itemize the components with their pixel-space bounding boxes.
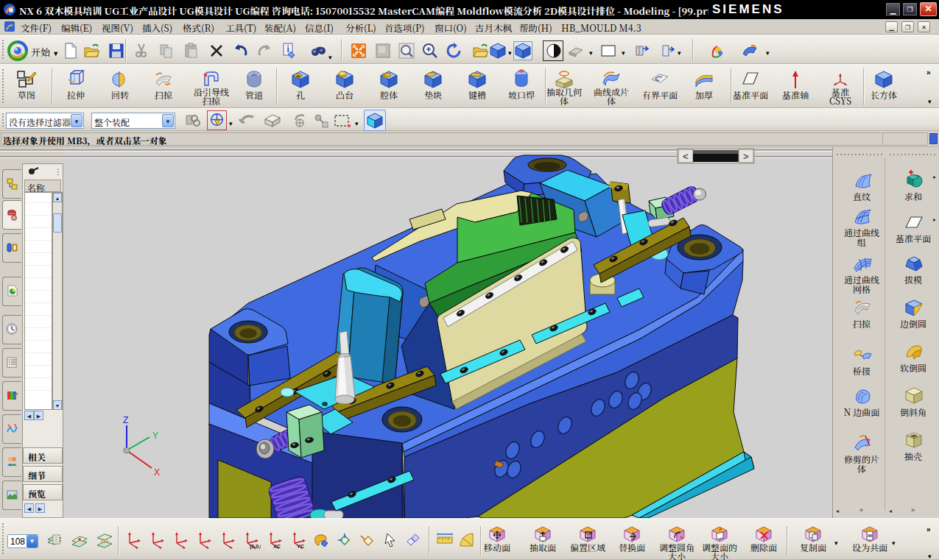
svg-text:YC: YC: [297, 544, 304, 549]
svg-text:Y: Y: [152, 430, 158, 441]
svg-text:<: <: [683, 151, 689, 162]
svg-text:XC: XC: [273, 544, 281, 549]
svg-text:>: >: [743, 151, 749, 162]
svg-text:X: X: [154, 467, 160, 478]
svg-text:i: i: [286, 42, 289, 54]
svg-text:(0,0,0): (0,0,0): [250, 544, 261, 550]
svg-text:Z: Z: [123, 415, 128, 425]
